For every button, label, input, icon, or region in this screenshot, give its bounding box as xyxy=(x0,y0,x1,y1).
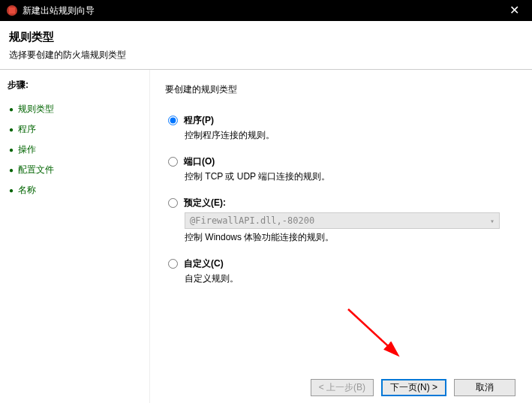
bullet-icon: ● xyxy=(9,125,14,134)
step-rule-type[interactable]: ● 规则类型 xyxy=(8,99,142,119)
radio-custom[interactable] xyxy=(168,259,178,269)
step-label: 程序 xyxy=(18,123,36,136)
option-custom: 自定义(C) 自定义规则。 xyxy=(165,257,511,285)
step-action[interactable]: ● 操作 xyxy=(8,140,142,160)
option-custom-label[interactable]: 自定义(C) xyxy=(168,257,511,270)
main-prompt: 要创建的规则类型 xyxy=(165,83,511,96)
steps-sidebar: 步骤: ● 规则类型 ● 程序 ● 操作 ● 配置文件 ● 名称 xyxy=(0,70,150,403)
step-name[interactable]: ● 名称 xyxy=(8,180,142,200)
step-label: 配置文件 xyxy=(18,164,54,176)
back-button: < 上一步(B) xyxy=(311,379,374,396)
window-title: 新建出站规则向导 xyxy=(23,5,502,17)
wizard-header: 规则类型 选择要创建的防火墙规则类型 xyxy=(0,21,532,70)
bullet-icon: ● xyxy=(9,186,14,194)
option-predefined-label[interactable]: 预定义(E): xyxy=(168,197,511,209)
bullet-icon: ● xyxy=(9,146,14,154)
option-custom-desc: 自定义规则。 xyxy=(185,272,511,285)
step-label: 操作 xyxy=(18,143,36,156)
step-program[interactable]: ● 程序 xyxy=(8,119,142,140)
bullet-icon: ● xyxy=(9,105,14,113)
steps-heading: 步骤: xyxy=(8,79,142,92)
option-port-desc: 控制 TCP 或 UDP 端口连接的规则。 xyxy=(185,170,511,183)
main-panel: 要创建的规则类型 程序(P) 控制程序连接的规则。 端口(O) 控制 TCP 或… xyxy=(150,70,532,403)
wizard-body: 步骤: ● 规则类型 ● 程序 ● 操作 ● 配置文件 ● 名称 要创建的规则类… xyxy=(0,70,532,403)
option-text: 端口(O) xyxy=(184,155,215,168)
svg-rect-1 xyxy=(9,8,15,14)
option-text: 预定义(E): xyxy=(184,197,226,209)
predefined-dropdown: @FirewallAPI.dll,-80200 ▾ xyxy=(185,212,500,229)
step-label: 规则类型 xyxy=(18,103,54,116)
option-program-label[interactable]: 程序(P) xyxy=(168,114,511,127)
title-bar: 新建出站规则向导 ✕ xyxy=(0,0,532,21)
dropdown-value: @FirewallAPI.dll,-80200 xyxy=(190,215,314,226)
option-text: 自定义(C) xyxy=(184,257,224,270)
wizard-footer: < 上一步(B) 下一页(N) > 取消 xyxy=(311,379,515,396)
step-profile[interactable]: ● 配置文件 xyxy=(8,160,142,180)
page-title: 规则类型 xyxy=(9,30,520,44)
option-predefined-desc: 控制 Windows 体验功能连接的规则。 xyxy=(185,231,511,244)
option-program: 程序(P) 控制程序连接的规则。 xyxy=(165,114,511,142)
option-program-desc: 控制程序连接的规则。 xyxy=(185,129,511,142)
close-button[interactable]: ✕ xyxy=(502,0,526,21)
option-port-label[interactable]: 端口(O) xyxy=(168,155,511,168)
cancel-button[interactable]: 取消 xyxy=(454,379,515,396)
app-icon xyxy=(6,5,18,17)
chevron-down-icon: ▾ xyxy=(490,217,494,225)
option-text: 程序(P) xyxy=(184,114,214,127)
option-predefined: 预定义(E): @FirewallAPI.dll,-80200 ▾ 控制 Win… xyxy=(165,197,511,244)
radio-program[interactable] xyxy=(168,116,178,125)
step-label: 名称 xyxy=(18,184,36,197)
annotation-arrow xyxy=(344,305,412,365)
radio-predefined[interactable] xyxy=(168,198,178,208)
next-button[interactable]: 下一页(N) > xyxy=(381,379,446,396)
bullet-icon: ● xyxy=(9,166,14,174)
svg-line-2 xyxy=(348,309,397,354)
page-subtitle: 选择要创建的防火墙规则类型 xyxy=(9,49,520,62)
option-port: 端口(O) 控制 TCP 或 UDP 端口连接的规则。 xyxy=(165,155,511,183)
radio-port[interactable] xyxy=(168,157,178,167)
